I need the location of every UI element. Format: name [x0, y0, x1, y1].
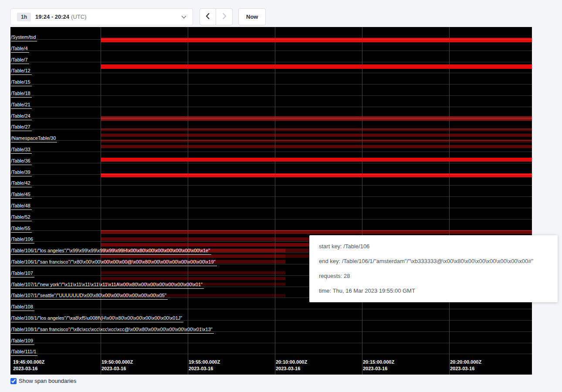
span-label: /System/tsd: [11, 33, 37, 41]
heatmap-band: [101, 116, 532, 121]
time-axis-date: 2023-03-16: [276, 365, 307, 372]
span-label: /Table/107/1/"seattle"/"UUUUUUD\x00\x80\…: [11, 291, 168, 300]
time-range-selector[interactable]: 1h 19:24 - 20:24 (UTC): [10, 8, 193, 25]
span-boundary-line: [10, 219, 532, 220]
time-axis-label: 20:15:00.000Z2023-03-16: [363, 359, 394, 372]
span-boundary-line: [10, 343, 532, 343]
tooltip-end-key: end key: /Table/106/1/"amsterdam"/"\xb33…: [319, 254, 548, 269]
span-label: /Table/39: [11, 168, 32, 176]
heatmap-band: [101, 38, 532, 42]
span-boundary-line: [10, 174, 532, 175]
tooltip-requests: requests: 28: [319, 269, 548, 284]
span-label: /Table/21: [11, 100, 32, 109]
span-label: /Table/33: [11, 145, 32, 154]
grid-line-vertical: [275, 27, 275, 375]
span-label-text: /Table/45: [11, 192, 32, 199]
time-axis-date: 2023-03-16: [450, 365, 481, 372]
chevron-down-icon: [181, 15, 186, 19]
show-span-boundaries-checkbox[interactable]: [10, 378, 17, 384]
span-boundary-line: [10, 39, 532, 40]
span-label-text: /Table/18: [11, 91, 32, 98]
span-label-text: /Table/107: [11, 270, 34, 277]
span-label-text: /NamespaceTable/30: [11, 135, 57, 142]
grid-line-vertical: [188, 27, 188, 375]
span-label: /Table/109: [11, 336, 34, 345]
time-range-timezone: (UTC): [71, 14, 86, 20]
show-span-boundaries-label: Show span boundaries: [19, 378, 76, 384]
grid-line-vertical: [101, 27, 101, 375]
span-label: /Table/55: [11, 224, 32, 233]
span-label: /Table/106: [11, 235, 34, 243]
span-label-text: /System/tsd: [11, 34, 37, 41]
toolbar: 1h 19:24 - 20:24 (UTC) Now: [10, 8, 266, 25]
span-label-text: /Table/7: [11, 57, 29, 64]
time-axis-date: 2023-03-16: [13, 365, 44, 372]
span-label-text: /Table/107/1/"seattle"/"UUUUUUD\x00\x80\…: [11, 293, 168, 300]
span-label-text: /Table/108: [11, 304, 34, 311]
span-label-text: /Table/21: [11, 102, 32, 109]
span-label-text: /Table/4: [11, 46, 29, 53]
next-window-button[interactable]: [216, 8, 233, 25]
heatmap-band: [101, 139, 532, 142]
span-boundary-line: [10, 73, 532, 73]
heatmap-band: [101, 128, 532, 131]
span-boundary-line: [10, 163, 532, 163]
span-label: /Table/42: [11, 179, 32, 187]
time-axis-date: 2023-03-16: [363, 365, 394, 372]
span-label: /Table/107/1/"new york"/"\x11\x11\x11\x1…: [11, 280, 204, 289]
span-label: /Table/52: [11, 213, 32, 221]
span-label: /Table/27: [11, 122, 32, 131]
span-label-text: /Table/109: [11, 338, 34, 345]
span-label-text: /Table/15: [11, 79, 32, 86]
time-nav-group: [200, 8, 233, 25]
span-label-text: /Table/52: [11, 214, 32, 221]
heatmap-band: [101, 158, 532, 162]
footer: Show span boundaries: [10, 378, 76, 384]
grid-line-vertical: [362, 27, 362, 375]
chevron-left-icon: [206, 13, 210, 21]
span-label-text: /Table/106: [11, 237, 34, 243]
previous-window-button[interactable]: [200, 8, 216, 25]
time-axis-label: 20:20:00.000Z2023-03-16: [450, 359, 481, 372]
span-boundary-line: [10, 230, 532, 231]
span-label: /Table/12: [11, 66, 32, 75]
span-label-text: /Table/108/1/"los angeles"/"\xa8\xf5\u00…: [11, 315, 183, 322]
span-label-text: /Table/48: [11, 203, 32, 210]
now-button[interactable]: Now: [238, 8, 266, 25]
span-boundary-line: [10, 51, 532, 51]
span-label: /Table/111/1: [11, 347, 37, 356]
chevron-right-icon: [222, 13, 227, 21]
heatmap-canvas[interactable]: /System/tsd/Table/4/Table/7/Table/12/Tab…: [10, 27, 532, 375]
span-label-text: /Table/107/1/"new york"/"\x11\x11\x11\x1…: [11, 282, 204, 289]
span-boundary-line: [10, 354, 532, 354]
grid-line-vertical: [449, 27, 450, 375]
time-axis-time: 19:55:00.000Z: [189, 359, 220, 365]
span-label-text: /Table/106/1/"los angeles"/"\x99\x99\x99…: [11, 248, 211, 255]
span-label: /Table/24: [11, 112, 32, 120]
time-axis-time: 20:10:00.000Z: [276, 359, 307, 365]
span-boundary-line: [10, 84, 532, 84]
span-label-text: /Table/108/1/"san francisco"/"\x8c\xcc\x…: [11, 327, 214, 334]
span-label: /Table/4: [11, 44, 29, 53]
heatmap-band: [101, 145, 532, 148]
span-label: /Table/7: [11, 55, 29, 64]
span-label: /Table/18: [11, 89, 32, 98]
span-boundary-line: [10, 107, 532, 107]
span-label-text: /Table/33: [11, 147, 32, 154]
time-axis-date: 2023-03-16: [102, 365, 133, 372]
span-label: /NamespaceTable/30: [11, 134, 57, 142]
time-axis-time: 20:15:00.000Z: [363, 359, 394, 365]
span-label-text: /Table/27: [11, 124, 32, 131]
span-label: /Table/108/1/"san francisco"/"\x8c\xcc\x…: [11, 325, 214, 334]
heatmap-band: [101, 64, 532, 69]
heatmap-band: [101, 271, 285, 274]
span-boundary-line: [10, 95, 532, 96]
time-axis-label: 19:55:00.000Z2023-03-16: [189, 359, 220, 372]
span-label: /Table/45: [11, 190, 32, 199]
span-boundary-line: [10, 118, 532, 118]
span-label: /Table/36: [11, 156, 32, 165]
span-tooltip: start key: /Table/106 end key: /Table/10…: [309, 235, 558, 302]
span-boundary-line: [10, 208, 532, 208]
time-axis-label: 20:10:00.000Z2023-03-16: [276, 359, 307, 372]
span-boundary-line: [10, 196, 532, 197]
